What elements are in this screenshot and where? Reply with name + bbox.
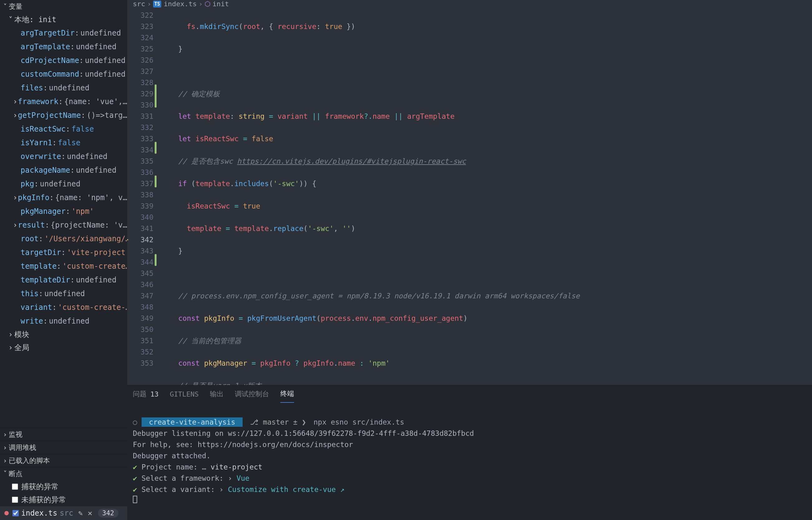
variable-cdProjectName[interactable]: cdProjectName: undefined — [0, 54, 127, 67]
tab-output[interactable]: 输出 — [210, 385, 224, 403]
variable-isReactSwc[interactable]: isReactSwc: false — [0, 122, 127, 136]
variable-root[interactable]: root: '/Users/xiangwang/… — [0, 232, 127, 246]
variable-files[interactable]: files: undefined — [0, 81, 127, 95]
variable-customCommand[interactable]: customCommand: undefined — [0, 67, 127, 81]
section-variables[interactable]: ˅变量 — [0, 0, 127, 13]
debug-sidebar: ˅变量 ˅本地: init argTargetDir: undefinedarg… — [0, 0, 127, 520]
code-content[interactable]: fs.mkdirSync(root, { recursive: true }) … — [157, 8, 812, 385]
scope-local[interactable]: ˅本地: init — [0, 13, 127, 26]
variable-isYarn1[interactable]: isYarn1: false — [0, 136, 127, 150]
scope-modules[interactable]: ›模块 — [0, 328, 127, 341]
variable-template[interactable]: template: 'custom-create… — [0, 259, 127, 273]
variable-packageName[interactable]: packageName: undefined — [0, 163, 127, 177]
variable-pkgInfo[interactable]: ›pkgInfo: {name: 'npm', v… — [0, 191, 127, 205]
panel-tabs: 问题13 GITLENS 输出 调试控制台 终端 — [127, 385, 812, 403]
breakpoint-file-row[interactable]: index.ts src ✎ ✕ 342 — [0, 506, 127, 520]
variable-pkgManager[interactable]: pkgManager: 'npm' — [0, 205, 127, 218]
variable-argTargetDir[interactable]: argTargetDir: undefined — [0, 26, 127, 40]
scope-global[interactable]: ›全局 — [0, 341, 127, 354]
section-loaded-scripts[interactable]: ›已载入的脚本 — [0, 454, 127, 467]
bp-uncaught-exceptions[interactable]: 未捕获的异常 — [0, 493, 127, 506]
terminal-cursor — [133, 496, 137, 503]
variable-targetDir[interactable]: targetDir: 'vite-project' — [0, 246, 127, 259]
variable-templateDir[interactable]: templateDir: undefined — [0, 273, 127, 287]
variable-variant[interactable]: variant: 'custom-create-… — [0, 301, 127, 314]
bp-uncaught-checkbox[interactable] — [12, 497, 18, 503]
typescript-icon: TS — [153, 1, 161, 7]
variable-framework[interactable]: ›framework: {name: 'vue',… — [0, 95, 127, 108]
symbol-icon: ⬡ — [205, 0, 210, 8]
close-icon[interactable]: ✕ — [87, 509, 92, 518]
tab-gitlens[interactable]: GITLENS — [170, 385, 199, 403]
variable-overwrite[interactable]: overwrite: undefined — [0, 150, 127, 163]
line-gutter[interactable]: 3223233243253263273283293303313323333343… — [127, 8, 157, 385]
section-callstack[interactable]: ›调用堆栈 — [0, 441, 127, 454]
tab-debugconsole[interactable]: 调试控制台 — [235, 385, 269, 403]
terminal[interactable]: ○ create-vite-analysis ⎇ master ± ❯ npx … — [127, 403, 812, 520]
variable-this[interactable]: this: undefined — [0, 287, 127, 301]
variable-getProjectName[interactable]: ›getProjectName: ()=>targ… — [0, 108, 127, 122]
bottom-panel: 问题13 GITLENS 输出 调试控制台 终端 ○ create-vite-a… — [127, 385, 812, 520]
tab-terminal[interactable]: 终端 — [280, 385, 294, 403]
breakpoint-dot-icon — [4, 511, 9, 515]
variable-result[interactable]: ›result: {projectName: 'v… — [0, 218, 127, 232]
section-watch[interactable]: ›监视 — [0, 428, 127, 441]
tab-problems[interactable]: 问题13 — [133, 385, 159, 403]
variable-pkg[interactable]: pkg: undefined — [0, 177, 127, 191]
bp-enabled-checkbox[interactable] — [12, 510, 19, 516]
variable-write[interactable]: write: undefined — [0, 314, 127, 328]
breadcrumb[interactable]: src› TS index.ts› ⬡ init — [127, 0, 812, 8]
section-breakpoints[interactable]: ˅断点 — [0, 467, 127, 480]
bp-line-badge: 342 — [98, 509, 119, 518]
bp-caught-exceptions[interactable]: 捕获的异常 — [0, 480, 127, 493]
bp-caught-checkbox[interactable] — [12, 484, 18, 490]
variable-argTemplate[interactable]: argTemplate: undefined — [0, 40, 127, 54]
main-area: src› TS index.ts› ⬡ init 322323324325326… — [127, 0, 812, 520]
pencil-icon[interactable]: ✎ — [78, 509, 83, 518]
code-editor[interactable]: 3223233243253263273283293303313323333343… — [127, 8, 812, 385]
terminal-project: create-vite-analysis — [142, 417, 243, 427]
